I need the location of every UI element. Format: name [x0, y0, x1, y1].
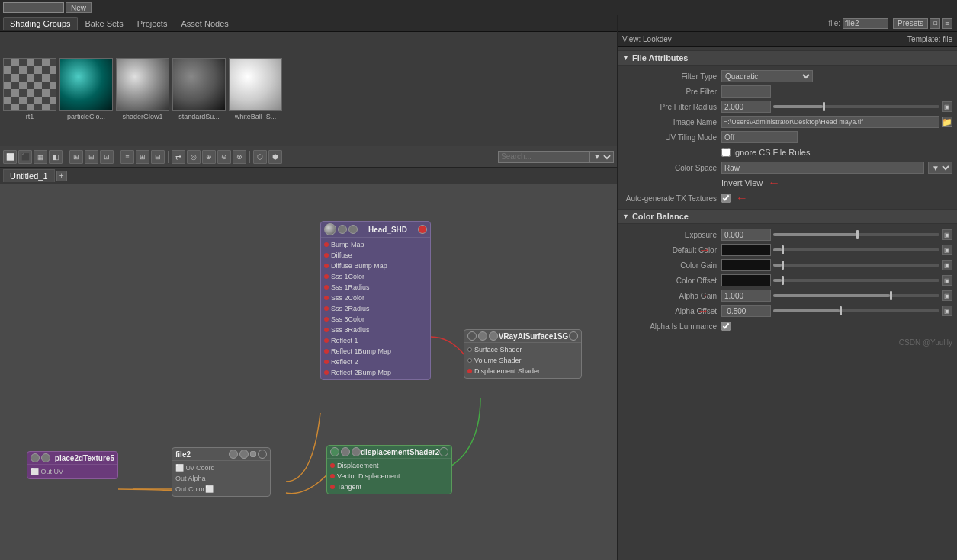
- node-file2[interactable]: file2 ⬜ Uv Coord Out Alpha: [172, 447, 271, 497]
- prop-pre-filter-radius: Pre Filter Radius 2.000 ▣: [618, 99, 957, 114]
- filter-type-dropdown[interactable]: Quadratic: [721, 70, 813, 82]
- thumb-standard[interactable]: standardSu...: [172, 58, 226, 120]
- alpha-gain-slider[interactable]: [773, 294, 939, 297]
- toolbar-btn-5[interactable]: ⊞: [69, 150, 83, 164]
- pre-filter-radius-end[interactable]: ▣: [942, 101, 952, 112]
- right-content[interactable]: ▼ File Attributes Filter Type Quadratic …: [618, 47, 957, 560]
- file-value-input[interactable]: [843, 18, 888, 29]
- toolbar-btn-11[interactable]: ⇄: [172, 150, 185, 164]
- node-headshd-icon-1: [338, 225, 347, 234]
- node-place2d[interactable]: place2dTexture5 ⬜ Out UV: [27, 451, 118, 479]
- node-displacement[interactable]: displacementShader2 Displacement Vector …: [326, 445, 452, 494]
- template-label: Template: file: [907, 35, 952, 43]
- thumb-rt1[interactable]: rt1: [3, 58, 56, 120]
- node-headshd-icon-circle: [324, 223, 336, 235]
- node-headshd-body: Bump Map Diffuse Diffuse Bump Map Sss 1C…: [321, 238, 430, 379]
- toolbar-btn-4[interactable]: ◧: [49, 150, 63, 164]
- toolbar-btn-17[interactable]: ⬢: [268, 150, 282, 164]
- node-graph[interactable]: place2dTexture5 ⬜ Out UV file2: [0, 184, 617, 560]
- color-space-input[interactable]: [721, 162, 924, 174]
- alpha-lum-checkbox[interactable]: [721, 322, 731, 331]
- presets-button[interactable]: Presets: [893, 18, 928, 29]
- new-button[interactable]: New: [66, 2, 92, 13]
- alpha-offset-slider[interactable]: [773, 309, 939, 312]
- toolbar-btn-3[interactable]: ▦: [34, 150, 47, 164]
- alpha-offset-end[interactable]: ▣: [942, 306, 952, 316]
- thumb-particle[interactable]: particleClo...: [59, 58, 113, 120]
- thumb-whiteball[interactable]: whiteBall_S...: [229, 58, 282, 120]
- alpha-offset-input[interactable]: [721, 305, 771, 317]
- toolbar-btn-12[interactable]: ◎: [187, 150, 201, 164]
- toolbar-btn-8[interactable]: ≡: [120, 150, 134, 164]
- prop-color-space-control: ▼: [721, 162, 952, 174]
- exposure-slider[interactable]: [773, 233, 939, 236]
- exposure-input[interactable]: [721, 229, 771, 241]
- color-offset-swatch[interactable]: [721, 274, 771, 286]
- toolbar-btn-7[interactable]: ⊡: [100, 150, 114, 164]
- toolbar-btn-15[interactable]: ⊗: [233, 150, 246, 164]
- port-displacement-dot: [467, 369, 472, 373]
- toolbar-btn-16[interactable]: ⬡: [253, 150, 267, 164]
- color-gain-end[interactable]: ▣: [942, 260, 952, 270]
- toolbar-btn-9[interactable]: ⊞: [136, 150, 149, 164]
- node-tab-untitled[interactable]: Untitled_1: [3, 169, 55, 182]
- node-tab-add[interactable]: +: [56, 171, 67, 181]
- ignore-cs-checkbox[interactable]: [721, 148, 731, 157]
- color-offset-slider[interactable]: [773, 279, 939, 282]
- color-gain-swatch[interactable]: [721, 259, 771, 271]
- thumbnail-particle-img: [59, 58, 113, 111]
- toolbar-btn-1[interactable]: ⬜: [3, 150, 17, 164]
- default-color-swatch[interactable]: [721, 244, 771, 256]
- list-icon[interactable]: ≡: [942, 18, 952, 29]
- toolbar-btn-14[interactable]: ⊖: [217, 150, 231, 164]
- node-displacement-green: [439, 447, 448, 456]
- uv-tiling-input[interactable]: [721, 131, 798, 143]
- search-input[interactable]: [498, 151, 589, 163]
- port-volume-dot: [467, 358, 472, 363]
- node-headshd[interactable]: Head_SHD Bump Map Diffuse Diffuse Bump M…: [320, 221, 431, 380]
- alpha-gain-input[interactable]: [721, 290, 771, 302]
- color-offset-end[interactable]: ▣: [942, 275, 952, 286]
- image-name-input[interactable]: =:\Users\Administrator\Desktop\Head maya…: [721, 116, 939, 128]
- tab-shading-groups[interactable]: Shading Groups: [3, 17, 78, 30]
- tab-bake-sets[interactable]: Bake Sets: [79, 18, 130, 30]
- pre-filter-input[interactable]: [721, 85, 771, 98]
- toolbar-btn-10[interactable]: ⊟: [151, 150, 165, 164]
- autogen-checkbox[interactable]: [721, 194, 731, 203]
- toolbar-btn-6[interactable]: ⊟: [85, 150, 98, 164]
- section-color-arrow: ▼: [622, 213, 629, 220]
- color-gain-slider[interactable]: [773, 264, 939, 267]
- node-file2-icons: [229, 450, 267, 459]
- tab-asset-nodes[interactable]: Asset Nodes: [175, 18, 234, 30]
- port-sss1c-dot: [324, 274, 329, 279]
- color-space-dropdown[interactable]: ▼: [928, 162, 952, 174]
- section-file-attributes[interactable]: ▼ File Attributes: [618, 50, 957, 66]
- port-vecdisp-dot: [330, 474, 335, 478]
- exposure-end[interactable]: ▣: [942, 229, 952, 240]
- image-browse-btn[interactable]: 📁: [942, 117, 952, 127]
- alpha-gain-end[interactable]: ▣: [942, 290, 952, 301]
- toolbar-btn-2[interactable]: ⬛: [18, 150, 32, 164]
- node-headshd-header: Head_SHD: [321, 222, 430, 238]
- pre-filter-radius-input[interactable]: 2.000: [721, 101, 771, 113]
- thumbnail-whiteball-label: whiteBall_S...: [235, 113, 277, 120]
- prop-pre-filter-radius-control: 2.000 ▣: [721, 101, 952, 113]
- prop-default-color: Default Color ▣ →: [618, 242, 957, 258]
- pre-filter-radius-slider[interactable]: [773, 105, 939, 108]
- port-tangent-dot: [330, 485, 335, 489]
- thumb-shaderglow[interactable]: shaderGlow1: [116, 58, 169, 120]
- tab-projects[interactable]: Projects: [131, 18, 174, 30]
- port-sss2c: Sss 2Color: [324, 293, 427, 303]
- node-vray[interactable]: VRayAiSurface1SG Surface Shader Volume S…: [464, 329, 582, 379]
- toolbar-sep-1: [66, 151, 66, 163]
- default-color-slider[interactable]: [773, 248, 939, 251]
- default-color-end[interactable]: ▣: [942, 245, 952, 255]
- node-vray-white: [569, 331, 578, 341]
- section-color-balance[interactable]: ▼ Color Balance: [618, 209, 957, 224]
- top-input[interactable]: [3, 2, 64, 13]
- toolbar-btn-13[interactable]: ⊕: [202, 150, 216, 164]
- search-dropdown[interactable]: ▼: [589, 151, 614, 163]
- view-label: View: Lookdev: [622, 35, 672, 43]
- port-diffuse-bump: Diffuse Bump Map: [324, 261, 427, 271]
- copy-icon[interactable]: ⧉: [930, 18, 940, 29]
